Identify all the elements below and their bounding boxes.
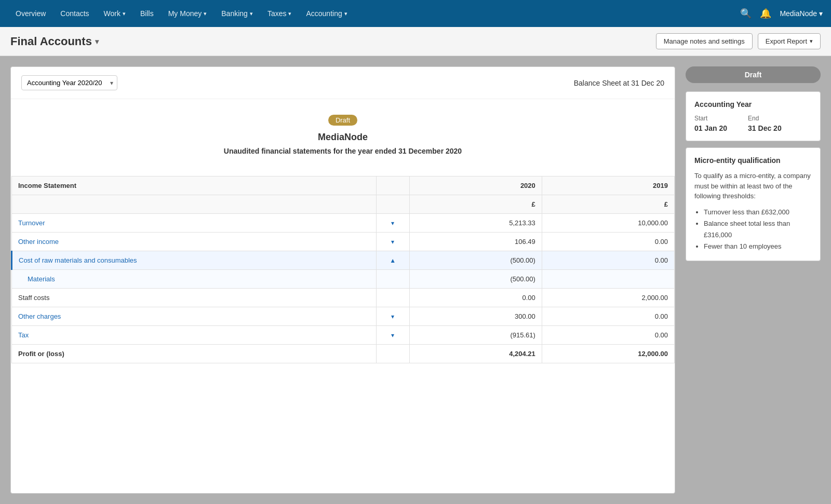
row-label-link[interactable]: Turnover: [18, 219, 45, 227]
year-selector[interactable]: Accounting Year 2020/20: [21, 75, 117, 90]
col-header-expand: [376, 176, 409, 195]
value-2020: 300.00: [409, 307, 542, 326]
nav-work[interactable]: Work ▾: [97, 0, 133, 27]
expand-icon[interactable]: ▾: [391, 220, 394, 227]
value-2019: 2,000.00: [542, 289, 674, 307]
currency-2020: £: [409, 195, 542, 214]
value-2019: 0.00: [542, 307, 674, 326]
value-2019: 12,000.00: [542, 345, 674, 363]
table-row: Other income▾106.490.00: [12, 233, 675, 251]
report-header: Draft MediaNode Unaudited financial stat…: [11, 99, 675, 176]
accounting-year-card: Accounting Year Start 01 Jan 20 End 31 D…: [686, 91, 821, 141]
end-date-value: 31 Dec 20: [748, 124, 782, 132]
value-2020: 4,204.21: [409, 345, 542, 363]
table-row: Cost of raw materials and consumables▲(5…: [12, 251, 675, 270]
top-navigation: Overview Contacts Work ▾ Bills My Money …: [0, 0, 831, 27]
report-panel: Accounting Year 2020/20 Balance Sheet at…: [10, 66, 675, 494]
value-2020: (500.00): [409, 270, 542, 289]
row-label-link[interactable]: Cost of raw materials and consumables: [19, 256, 137, 264]
table-header-row: Income Statement 2020 2019: [12, 176, 675, 195]
right-sidebar: Draft Accounting Year Start 01 Jan 20 En…: [686, 66, 821, 494]
threshold-2: Balance sheet total less than £316,000: [704, 218, 812, 241]
nav-bills[interactable]: Bills: [133, 0, 161, 27]
row-label-link[interactable]: Materials: [28, 275, 55, 283]
export-chevron-icon: ▾: [810, 38, 813, 45]
page-title: Final Accounts ▾: [10, 35, 99, 48]
mymoney-chevron-icon: ▾: [204, 10, 207, 17]
end-date-col: End 31 Dec 20: [748, 115, 782, 132]
draft-badge: Draft: [328, 115, 357, 126]
col-header-2019: 2019: [542, 176, 674, 195]
micro-entity-card: Micro-entity qualification To qualify as…: [686, 147, 821, 261]
start-label: Start: [694, 115, 727, 122]
company-name: MediaNode: [32, 132, 654, 143]
table-row: Tax▾(915.61)0.00: [12, 326, 675, 345]
row-label-link[interactable]: Other income: [18, 238, 59, 246]
table-row: Materials(500.00): [12, 270, 675, 289]
col-header-2020: 2020: [409, 176, 542, 195]
table-row: Profit or (loss)4,204.2112,000.00: [12, 345, 675, 363]
report-top-bar: Accounting Year 2020/20 Balance Sheet at…: [11, 67, 675, 99]
table-row: Staff costs0.002,000.00: [12, 289, 675, 307]
search-icon[interactable]: 🔍: [740, 8, 752, 19]
start-date-col: Start 01 Jan 20: [694, 115, 727, 132]
user-chevron-icon: ▾: [819, 9, 823, 18]
micro-entity-description: To qualify as a micro-entity, a company …: [694, 171, 812, 201]
value-2019: 0.00: [542, 326, 674, 345]
table-currency-row: £ £: [12, 195, 675, 214]
nav-taxes[interactable]: Taxes ▾: [260, 0, 299, 27]
value-2020: 106.49: [409, 233, 542, 251]
work-chevron-icon: ▾: [123, 10, 126, 17]
taxes-chevron-icon: ▾: [288, 10, 291, 17]
value-2020: (500.00): [409, 251, 542, 270]
value-2019: 0.00: [542, 251, 674, 270]
financial-statement-title: Unaudited financial statements for the y…: [32, 147, 654, 155]
bell-icon[interactable]: 🔔: [760, 8, 771, 19]
nav-contacts[interactable]: Contacts: [53, 0, 96, 27]
table-row: Other charges▾300.000.00: [12, 307, 675, 326]
accounting-year-dates: Start 01 Jan 20 End 31 Dec 20: [694, 115, 812, 132]
row-label-link[interactable]: Other charges: [18, 312, 61, 320]
micro-entity-title: Micro-entity qualification: [694, 156, 812, 165]
table-row: Turnover▾5,213.3310,000.00: [12, 214, 675, 233]
row-label: Staff costs: [12, 289, 377, 307]
expand-icon[interactable]: ▾: [391, 238, 394, 246]
sidebar-draft-label: Draft: [686, 66, 821, 83]
end-label: End: [748, 115, 782, 122]
currency-2019: £: [542, 195, 674, 214]
value-2019: 0.00: [542, 233, 674, 251]
banking-chevron-icon: ▾: [250, 10, 253, 17]
main-layout: Accounting Year 2020/20 Balance Sheet at…: [0, 56, 831, 504]
row-label-link[interactable]: Tax: [18, 331, 29, 339]
expand-icon[interactable]: ▾: [391, 313, 394, 320]
export-report-button[interactable]: Export Report ▾: [758, 33, 821, 49]
value-2020: 0.00: [409, 289, 542, 307]
micro-entity-thresholds: Turnover less than £632,000 Balance shee…: [694, 207, 812, 252]
nav-mymoney[interactable]: My Money ▾: [161, 0, 215, 27]
nav-overview[interactable]: Overview: [8, 0, 53, 27]
year-selector-wrap: Accounting Year 2020/20: [21, 75, 117, 90]
expand-icon[interactable]: ▾: [391, 332, 394, 339]
title-chevron-icon: ▾: [95, 37, 99, 46]
value-2019: 10,000.00: [542, 214, 674, 233]
row-label: Profit or (loss): [12, 345, 377, 363]
accounting-year-title: Accounting Year: [694, 100, 812, 108]
threshold-3: Fewer than 10 employees: [704, 241, 812, 252]
user-menu[interactable]: MediaNode ▾: [780, 9, 823, 18]
start-date-value: 01 Jan 20: [694, 124, 727, 132]
income-statement-table: Income Statement 2020 2019 £ £ Turnover▾…: [11, 176, 675, 363]
nav-accounting[interactable]: Accounting ▾: [299, 0, 354, 27]
accounting-chevron-icon: ▾: [344, 10, 347, 17]
value-2020: 5,213.33: [409, 214, 542, 233]
collapse-icon[interactable]: ▲: [390, 257, 396, 264]
balance-sheet-label: Balance Sheet at 31 Dec 20: [574, 79, 664, 87]
manage-notes-button[interactable]: Manage notes and settings: [656, 33, 753, 49]
sub-header: Final Accounts ▾ Manage notes and settin…: [0, 27, 831, 56]
threshold-1: Turnover less than £632,000: [704, 207, 812, 218]
col-header-label: Income Statement: [12, 176, 377, 195]
nav-banking[interactable]: Banking ▾: [214, 0, 260, 27]
value-2019: [542, 270, 674, 289]
value-2020: (915.61): [409, 326, 542, 345]
